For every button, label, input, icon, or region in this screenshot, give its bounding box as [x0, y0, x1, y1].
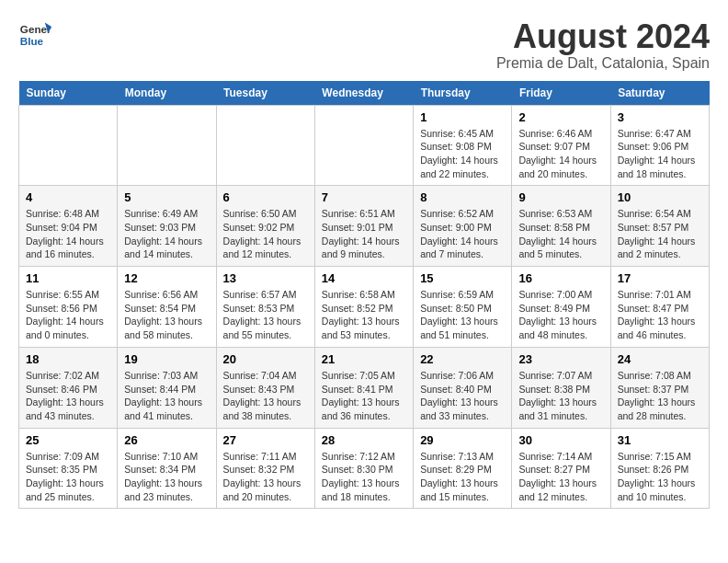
day-number: 31: [618, 433, 702, 447]
week-row-4: 18Sunrise: 7:02 AMSunset: 8:46 PMDayligh…: [19, 347, 710, 428]
day-info: Sunrise: 7:09 AMSunset: 8:35 PMDaylight:…: [26, 450, 110, 504]
day-info: Sunrise: 7:05 AMSunset: 8:41 PMDaylight:…: [322, 369, 406, 423]
svg-text:Blue: Blue: [20, 35, 44, 47]
day-info: Sunrise: 6:46 AMSunset: 9:07 PMDaylight:…: [518, 127, 603, 181]
day-cell: [118, 105, 216, 186]
day-info: Sunrise: 6:57 AMSunset: 8:53 PMDaylight:…: [223, 288, 308, 342]
day-number: 27: [223, 433, 308, 447]
day-info: Sunrise: 6:45 AMSunset: 9:08 PMDaylight:…: [420, 127, 505, 181]
day-number: 20: [223, 352, 308, 366]
day-number: 17: [618, 271, 702, 285]
day-info: Sunrise: 7:06 AMSunset: 8:40 PMDaylight:…: [420, 369, 505, 423]
day-info: Sunrise: 7:01 AMSunset: 8:47 PMDaylight:…: [618, 288, 702, 342]
day-cell: 29Sunrise: 7:13 AMSunset: 8:29 PMDayligh…: [414, 428, 512, 509]
header-cell-sunday: Sunday: [19, 81, 118, 106]
day-cell: 5Sunrise: 6:49 AMSunset: 9:03 PMDaylight…: [118, 186, 216, 267]
day-number: 4: [26, 190, 110, 204]
calendar-header: SundayMondayTuesdayWednesdayThursdayFrid…: [19, 81, 710, 106]
day-number: 11: [26, 271, 110, 285]
day-number: 18: [26, 352, 110, 366]
day-info: Sunrise: 7:14 AMSunset: 8:27 PMDaylight:…: [518, 450, 603, 504]
day-cell: 20Sunrise: 7:04 AMSunset: 8:43 PMDayligh…: [216, 347, 314, 428]
day-info: Sunrise: 6:54 AMSunset: 8:57 PMDaylight:…: [618, 207, 702, 261]
day-number: 26: [124, 433, 209, 447]
day-number: 30: [518, 433, 603, 447]
day-info: Sunrise: 7:00 AMSunset: 8:49 PMDaylight:…: [518, 288, 603, 342]
day-cell: 7Sunrise: 6:51 AMSunset: 9:01 PMDaylight…: [314, 186, 413, 267]
day-cell: 26Sunrise: 7:10 AMSunset: 8:34 PMDayligh…: [118, 428, 216, 509]
day-number: 10: [618, 190, 702, 204]
day-cell: 2Sunrise: 6:46 AMSunset: 9:07 PMDaylight…: [512, 105, 610, 186]
header-cell-monday: Monday: [118, 81, 216, 106]
day-cell: 8Sunrise: 6:52 AMSunset: 9:00 PMDaylight…: [414, 186, 512, 267]
calendar-table: SundayMondayTuesdayWednesdayThursdayFrid…: [18, 81, 710, 510]
day-number: 24: [618, 352, 702, 366]
day-number: 6: [223, 190, 308, 204]
day-cell: 21Sunrise: 7:05 AMSunset: 8:41 PMDayligh…: [314, 347, 413, 428]
day-cell: 22Sunrise: 7:06 AMSunset: 8:40 PMDayligh…: [414, 347, 512, 428]
day-info: Sunrise: 7:07 AMSunset: 8:38 PMDaylight:…: [518, 369, 603, 423]
week-row-2: 4Sunrise: 6:48 AMSunset: 9:04 PMDaylight…: [19, 186, 710, 267]
day-number: 22: [420, 352, 505, 366]
day-cell: 27Sunrise: 7:11 AMSunset: 8:32 PMDayligh…: [216, 428, 314, 509]
day-cell: 3Sunrise: 6:47 AMSunset: 9:06 PMDaylight…: [610, 105, 709, 186]
title-block: August 2024 Premia de Dalt, Catalonia, S…: [496, 18, 710, 72]
day-cell: 28Sunrise: 7:12 AMSunset: 8:30 PMDayligh…: [314, 428, 413, 509]
logo-icon: General Blue: [18, 18, 51, 52]
day-cell: 4Sunrise: 6:48 AMSunset: 9:04 PMDaylight…: [19, 186, 118, 267]
week-row-3: 11Sunrise: 6:55 AMSunset: 8:56 PMDayligh…: [19, 267, 710, 348]
day-number: 12: [124, 271, 209, 285]
day-cell: 15Sunrise: 6:59 AMSunset: 8:50 PMDayligh…: [414, 267, 512, 348]
day-info: Sunrise: 6:49 AMSunset: 9:03 PMDaylight:…: [124, 207, 209, 261]
day-info: Sunrise: 7:02 AMSunset: 8:46 PMDaylight:…: [26, 369, 110, 423]
day-cell: 16Sunrise: 7:00 AMSunset: 8:49 PMDayligh…: [512, 267, 610, 348]
day-cell: 10Sunrise: 6:54 AMSunset: 8:57 PMDayligh…: [610, 186, 709, 267]
day-cell: 18Sunrise: 7:02 AMSunset: 8:46 PMDayligh…: [19, 347, 118, 428]
day-info: Sunrise: 6:52 AMSunset: 9:00 PMDaylight:…: [420, 207, 505, 261]
day-info: Sunrise: 6:47 AMSunset: 9:06 PMDaylight:…: [618, 127, 702, 181]
header-cell-tuesday: Tuesday: [216, 81, 314, 106]
day-number: 19: [124, 352, 209, 366]
day-info: Sunrise: 6:56 AMSunset: 8:54 PMDaylight:…: [124, 288, 209, 342]
day-number: 29: [420, 433, 505, 447]
day-number: 15: [420, 271, 505, 285]
day-cell: 19Sunrise: 7:03 AMSunset: 8:44 PMDayligh…: [118, 347, 216, 428]
day-number: 21: [322, 352, 406, 366]
day-number: 25: [26, 433, 110, 447]
day-cell: 25Sunrise: 7:09 AMSunset: 8:35 PMDayligh…: [19, 428, 118, 509]
day-info: Sunrise: 7:15 AMSunset: 8:26 PMDaylight:…: [618, 450, 702, 504]
day-info: Sunrise: 6:48 AMSunset: 9:04 PMDaylight:…: [26, 207, 110, 261]
week-row-5: 25Sunrise: 7:09 AMSunset: 8:35 PMDayligh…: [19, 428, 710, 509]
day-cell: [19, 105, 118, 186]
day-info: Sunrise: 6:53 AMSunset: 8:58 PMDaylight:…: [518, 207, 603, 261]
day-info: Sunrise: 7:03 AMSunset: 8:44 PMDaylight:…: [124, 369, 209, 423]
day-cell: [314, 105, 413, 186]
day-number: 2: [518, 110, 603, 124]
day-cell: 17Sunrise: 7:01 AMSunset: 8:47 PMDayligh…: [610, 267, 709, 348]
day-cell: 24Sunrise: 7:08 AMSunset: 8:37 PMDayligh…: [610, 347, 709, 428]
day-info: Sunrise: 6:51 AMSunset: 9:01 PMDaylight:…: [322, 207, 406, 261]
day-cell: 1Sunrise: 6:45 AMSunset: 9:08 PMDaylight…: [414, 105, 512, 186]
day-info: Sunrise: 7:08 AMSunset: 8:37 PMDaylight:…: [618, 369, 702, 423]
week-row-1: 1Sunrise: 6:45 AMSunset: 9:08 PMDaylight…: [19, 105, 710, 186]
day-cell: [216, 105, 314, 186]
day-number: 9: [518, 190, 603, 204]
day-info: Sunrise: 7:11 AMSunset: 8:32 PMDaylight:…: [223, 450, 308, 504]
day-number: 14: [322, 271, 406, 285]
day-cell: 6Sunrise: 6:50 AMSunset: 9:02 PMDaylight…: [216, 186, 314, 267]
day-cell: 14Sunrise: 6:58 AMSunset: 8:52 PMDayligh…: [314, 267, 413, 348]
day-number: 16: [518, 271, 603, 285]
day-number: 23: [518, 352, 603, 366]
day-info: Sunrise: 7:04 AMSunset: 8:43 PMDaylight:…: [223, 369, 308, 423]
day-number: 8: [420, 190, 505, 204]
day-info: Sunrise: 7:10 AMSunset: 8:34 PMDaylight:…: [124, 450, 209, 504]
day-cell: 11Sunrise: 6:55 AMSunset: 8:56 PMDayligh…: [19, 267, 118, 348]
header-cell-friday: Friday: [512, 81, 610, 106]
page-subtitle: Premia de Dalt, Catalonia, Spain: [496, 55, 710, 72]
day-cell: 30Sunrise: 7:14 AMSunset: 8:27 PMDayligh…: [512, 428, 610, 509]
day-info: Sunrise: 7:12 AMSunset: 8:30 PMDaylight:…: [322, 450, 406, 504]
day-info: Sunrise: 7:13 AMSunset: 8:29 PMDaylight:…: [420, 450, 505, 504]
header-row: SundayMondayTuesdayWednesdayThursdayFrid…: [19, 81, 710, 106]
day-cell: 13Sunrise: 6:57 AMSunset: 8:53 PMDayligh…: [216, 267, 314, 348]
calendar-body: 1Sunrise: 6:45 AMSunset: 9:08 PMDaylight…: [19, 105, 710, 509]
